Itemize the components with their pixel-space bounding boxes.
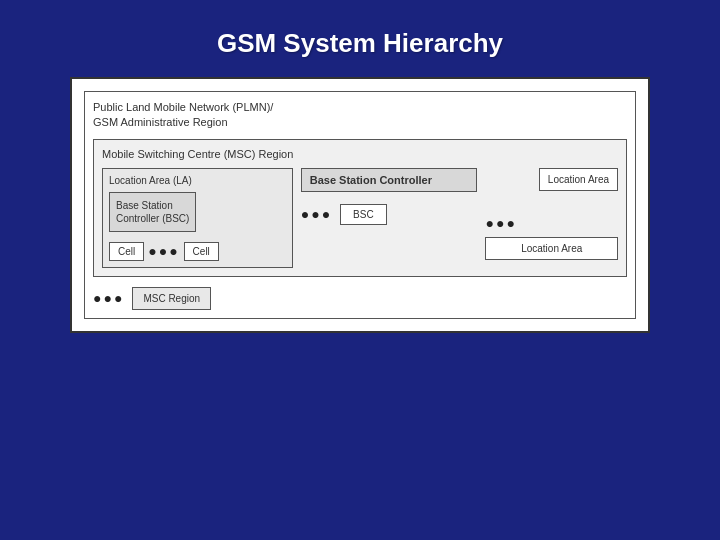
dots-bottom: ●●● <box>93 290 124 306</box>
msc-region-label: Mobile Switching Centre (MSC) Region <box>102 148 618 160</box>
location-area-left: Location Area (LA) Base Station Controll… <box>102 168 293 268</box>
middle-area: Base Station Controller ●●● BSC <box>301 168 478 268</box>
bsc-middle-bottom: ●●● BSC <box>301 204 478 225</box>
bsc-left-box: Base Station Controller (BSC) <box>109 192 196 232</box>
msc-region-box: Mobile Switching Centre (MSC) Region Loc… <box>93 139 627 277</box>
location-area-top-right: Location Area <box>539 168 618 191</box>
location-area-bottom-right: Location Area <box>485 237 618 260</box>
la-label: Location Area (LA) <box>109 175 286 186</box>
right-area: Location Area ●●● Location Area <box>485 168 618 268</box>
right-dots-row: ●●● <box>485 215 618 231</box>
bsc-box: BSC <box>340 204 387 225</box>
cell-box-1: Cell <box>109 242 144 261</box>
msc-bottom-box: MSC Region <box>132 287 211 310</box>
inner-content: Location Area (LA) Base Station Controll… <box>102 168 618 268</box>
plmn-box: Public Land Mobile Network (PLMN)/ GSM A… <box>84 91 636 319</box>
msc-bottom-row: ●●● MSC Region <box>93 287 627 310</box>
cells-row: Cell ●●● Cell <box>109 242 286 261</box>
page-title: GSM System Hierarchy <box>217 28 503 59</box>
dots-cells: ●●● <box>148 243 179 259</box>
cell-box-2: Cell <box>184 242 219 261</box>
dots-middle: ●●● <box>301 206 332 222</box>
diagram-container: Public Land Mobile Network (PLMN)/ GSM A… <box>70 77 650 333</box>
bsc-middle-box: Base Station Controller <box>301 168 478 192</box>
dots-right: ●●● <box>485 215 516 231</box>
plmn-label: Public Land Mobile Network (PLMN)/ GSM A… <box>93 100 627 131</box>
